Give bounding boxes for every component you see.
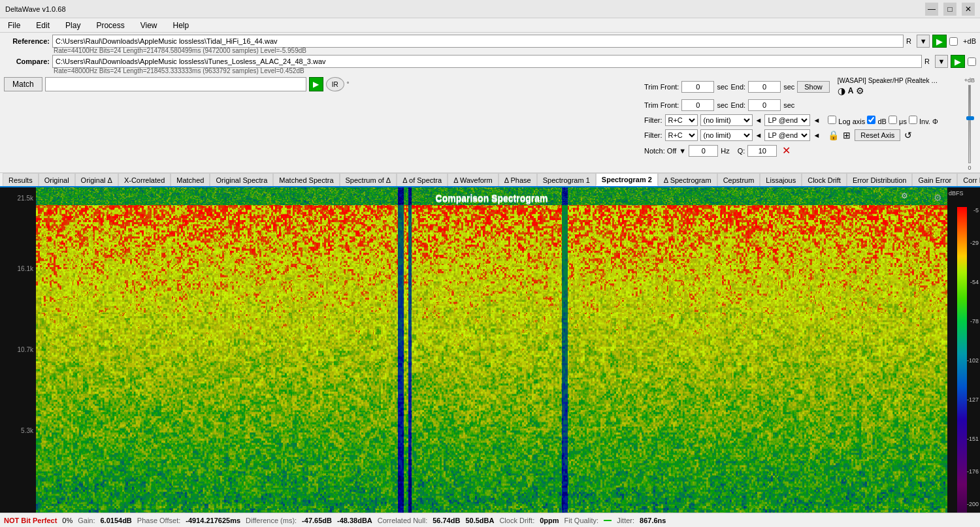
settings-icon[interactable]: ⚙ bbox=[856, 86, 864, 96]
menu-bar: File Edit Play Process View Help bbox=[0, 18, 980, 33]
inv-phi-label: Inv. Φ bbox=[919, 118, 938, 125]
show-button[interactable]: Show bbox=[797, 81, 830, 93]
trim-end2-label: End: bbox=[731, 101, 746, 109]
tab-original[interactable]: Original bbox=[39, 173, 75, 186]
close-button[interactable]: ✕ bbox=[962, 3, 975, 16]
clock-label: Clock Drift: bbox=[499, 517, 534, 524]
reference-checkbox[interactable] bbox=[949, 37, 958, 46]
match-button[interactable]: Match bbox=[4, 77, 42, 91]
trim-end-label: End: bbox=[731, 83, 746, 91]
filter1-limit-select[interactable]: (no limit) bbox=[700, 114, 753, 126]
filter2-lp-select[interactable]: LP @end bbox=[764, 129, 810, 141]
trim-front2-input[interactable] bbox=[681, 99, 714, 111]
trim-sec4-label: sec bbox=[783, 101, 794, 109]
compare-row: Compare: R ▼ ▶ bbox=[4, 54, 976, 69]
filter1-arrow: ◄ bbox=[755, 116, 762, 124]
compare-checkbox[interactable] bbox=[968, 57, 976, 66]
spectrogram-canvas[interactable] bbox=[36, 187, 947, 527]
dbfs-title: dBFS bbox=[949, 190, 964, 197]
trim-front-label: Trim Front: bbox=[644, 83, 679, 91]
db-check[interactable] bbox=[867, 116, 875, 124]
notch-hz-input[interactable] bbox=[689, 145, 718, 157]
tab-lissajous[interactable]: Lissajous bbox=[760, 173, 802, 186]
tab-results[interactable]: Results bbox=[3, 173, 39, 186]
filter2-label: Filter: bbox=[644, 131, 662, 139]
compare-play-btn[interactable]: ▶ bbox=[951, 55, 965, 68]
trim-front-row: Trim Front: sec End: sec Show [WASAPI] S… bbox=[644, 77, 958, 96]
match-play-btn[interactable]: ▶ bbox=[309, 77, 323, 91]
log-axis-label: Log axis bbox=[838, 118, 865, 125]
bit-perfect-status: NOT Bit Perfect bbox=[4, 517, 57, 524]
colorbar: dBFS -5 -29 -54 -78 -102 -127 -151 -176 … bbox=[947, 187, 980, 527]
tab-delta-phase[interactable]: Δ Phase bbox=[498, 173, 537, 186]
filter2-limit-select[interactable]: (no limit) bbox=[700, 129, 753, 141]
filter-row2: Filter: R+C (no limit) ◄ LP @end ◄ 🔒 ⊞ R… bbox=[644, 129, 958, 141]
log-axis-check[interactable] bbox=[828, 116, 836, 124]
inv-phi-check[interactable] bbox=[909, 116, 917, 124]
reference-meta: Rate=44100Hz Bits=24 Length=214784.58049… bbox=[54, 47, 976, 54]
cb-label-29: -29 bbox=[970, 240, 979, 246]
tab-error-dist[interactable]: Error Distribution bbox=[847, 173, 913, 186]
reference-path-input[interactable] bbox=[52, 35, 904, 48]
tab-spectrum-delta[interactable]: Spectrum of Δ bbox=[340, 173, 397, 186]
volume-thumb[interactable] bbox=[966, 116, 974, 120]
tab-gain-error[interactable]: Gain Error bbox=[912, 173, 957, 186]
brightness-icon: ◑ bbox=[838, 86, 845, 96]
trim-end-input[interactable] bbox=[748, 81, 781, 93]
menu-process[interactable]: Process bbox=[91, 20, 129, 31]
tab-original-delta[interactable]: Original Δ bbox=[75, 173, 118, 186]
vol-zero: 0 bbox=[968, 165, 971, 171]
y-label-21k: 21.5k bbox=[18, 195, 33, 202]
spectrogram-settings-icon[interactable]: ⚙ bbox=[901, 191, 908, 200]
tab-matched-spectra[interactable]: Matched Spectra bbox=[273, 173, 339, 186]
tab-delta-spectra[interactable]: Δ of Spectra bbox=[397, 173, 448, 186]
compare-r-label: R bbox=[924, 57, 932, 65]
tab-xcorrelated[interactable]: X-Correlated bbox=[118, 173, 171, 186]
menu-help[interactable]: Help bbox=[168, 20, 195, 31]
menu-file[interactable]: File bbox=[3, 20, 25, 31]
reference-r-label: R bbox=[906, 37, 914, 45]
trim-end2-input[interactable] bbox=[748, 99, 781, 111]
tab-clock-drift[interactable]: Clock Drift bbox=[802, 173, 847, 186]
title-bar: DeltaWave v1.0.68 — □ ✕ bbox=[0, 0, 980, 18]
tab-delta-spectrogram[interactable]: Δ Spectrogram bbox=[658, 173, 717, 186]
phase-label: Phase Offset: bbox=[137, 517, 180, 524]
compare-dropdown-btn[interactable]: ▼ bbox=[935, 55, 948, 68]
filter1-lp-select[interactable]: LP @end bbox=[764, 114, 810, 126]
tab-spectrogram1[interactable]: Spectrogram 1 bbox=[537, 173, 596, 186]
compare-path-input[interactable] bbox=[52, 55, 922, 68]
reference-play-btn[interactable]: ▶ bbox=[932, 35, 947, 48]
notch-clear-icon[interactable]: ✕ bbox=[782, 144, 791, 157]
tab-corr-null[interactable]: Corr Null bbox=[957, 173, 980, 186]
filter2-select[interactable]: R+C bbox=[665, 129, 698, 141]
menu-play[interactable]: Play bbox=[60, 20, 86, 31]
vol-label: +dB bbox=[964, 77, 975, 84]
trim-sec3-label: sec bbox=[717, 101, 728, 109]
volume-slider[interactable] bbox=[968, 85, 971, 163]
cb-label-200: -200 bbox=[967, 501, 979, 507]
reset-axis-button[interactable]: Reset Axis bbox=[855, 129, 900, 141]
reference-dropdown-btn[interactable]: ▼ bbox=[917, 35, 930, 48]
spectrogram-area[interactable]: Comparison Spectrogram ⚙ 0 10 21 31 41 5… bbox=[36, 187, 947, 527]
notch-row: Notch: Off ▼ Hz Q: ✕ bbox=[644, 144, 958, 157]
compare-meta: Rate=48000Hz Bits=24 Length=218453.33333… bbox=[54, 67, 976, 74]
notch-q-input[interactable] bbox=[747, 145, 777, 157]
tab-cepstrum[interactable]: Cepstrum bbox=[717, 173, 760, 186]
match-input[interactable] bbox=[45, 77, 306, 91]
minimize-button[interactable]: — bbox=[925, 3, 938, 16]
menu-edit[interactable]: Edit bbox=[31, 20, 55, 31]
us-check[interactable] bbox=[889, 116, 897, 124]
tab-original-spectra[interactable]: Original Spectra bbox=[210, 173, 273, 186]
cb-label-151: -151 bbox=[967, 436, 979, 442]
refresh-icon[interactable]: ↺ bbox=[904, 130, 912, 140]
cb-label-5: -5 bbox=[973, 207, 979, 214]
cb-label-102: -102 bbox=[967, 357, 979, 364]
trim-front-input[interactable] bbox=[681, 81, 714, 93]
menu-view[interactable]: View bbox=[135, 20, 163, 31]
filter1-select[interactable]: R+C bbox=[665, 114, 698, 126]
tab-matched[interactable]: Matched bbox=[171, 173, 210, 186]
reference-row: Reference: R ▼ ▶ +dB bbox=[4, 34, 976, 48]
tab-delta-waveform[interactable]: Δ Waveform bbox=[448, 173, 498, 186]
tab-spectrogram2[interactable]: Spectrogram 2 bbox=[596, 173, 658, 186]
maximize-button[interactable]: □ bbox=[943, 3, 956, 16]
